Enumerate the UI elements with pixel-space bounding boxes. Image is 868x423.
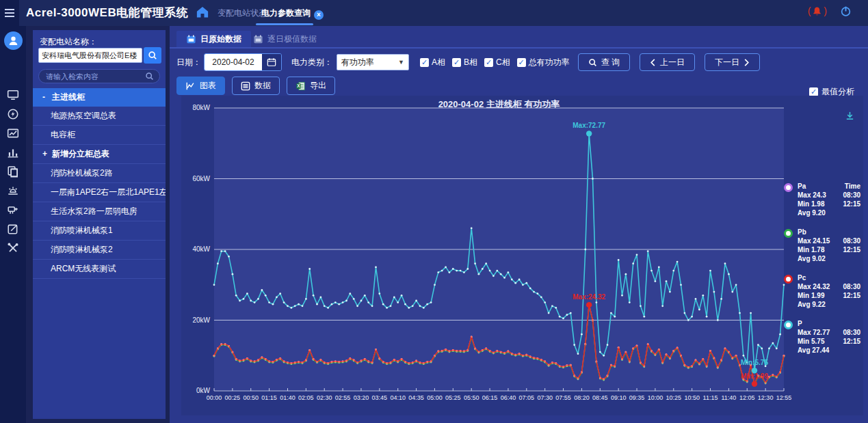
sidebar-item-label: 消防喷淋机械泵2 [51, 245, 113, 254]
sidebar-item-label: 电容柜 [51, 130, 75, 139]
svg-text:02:05: 02:05 [298, 394, 314, 401]
svg-text:08:45: 08:45 [592, 394, 608, 401]
legend-item: PaTimeMax 24.308:30Min 1.9812:15Avg 9.20 [784, 182, 860, 217]
svg-text:12:05: 12:05 [739, 394, 755, 401]
calendar-icon [253, 34, 263, 44]
checkbox-check-icon: ✓ [420, 58, 429, 67]
sidebar-item[interactable]: +新增分立柜总表 [33, 145, 166, 164]
expand-icon[interactable]: + [42, 145, 52, 163]
sidebar-item[interactable]: 消防喷淋机械泵1 [33, 221, 166, 241]
date-picker-group [204, 53, 282, 71]
svg-text:06:15: 06:15 [482, 394, 498, 401]
sidebar-item-label: ARCM无线表测试 [51, 264, 116, 273]
nav-tab-station-status[interactable]: 变配电站状态 [218, 8, 267, 19]
svg-text:80kW: 80kW [192, 104, 210, 111]
phase-checkbox[interactable]: ✓B相 [452, 57, 477, 68]
alarm-lamp-icon[interactable] [7, 185, 19, 197]
sidebar-item[interactable]: -主进线柜 [33, 88, 166, 107]
avatar[interactable] [4, 31, 23, 50]
phase-checkbox[interactable]: ✓总有功功率 [517, 57, 570, 68]
close-tab-icon[interactable]: × [314, 10, 324, 20]
report-icon[interactable] [7, 127, 19, 139]
station-search-button[interactable] [144, 47, 161, 64]
category-label: 电力类别： [291, 57, 332, 68]
tree-search-input[interactable] [44, 72, 145, 81]
export-button[interactable]: X 导出 [287, 77, 335, 95]
sidebar-item[interactable]: ARCM无线表测试 [33, 260, 166, 279]
max-annotation: Max:24.32 [573, 293, 605, 301]
sidebar-item[interactable]: 电容柜 [33, 126, 166, 145]
hamburger-menu-icon[interactable] [0, 0, 19, 26]
min-annotation: Min:5.75 [741, 359, 768, 366]
data-view-button[interactable]: 数据 [232, 77, 280, 95]
tree-search-box[interactable] [38, 69, 160, 83]
tab-label: 逐日极值数据 [267, 33, 317, 45]
svg-text:03:45: 03:45 [372, 394, 388, 401]
date-input[interactable] [205, 54, 262, 70]
tools-icon[interactable] [7, 242, 19, 254]
svg-text:07:30: 07:30 [537, 394, 553, 401]
svg-text:01:15: 01:15 [261, 394, 277, 401]
phase-checkbox[interactable]: ✓C相 [484, 57, 510, 68]
query-button[interactable]: 查 询 [578, 53, 630, 71]
legend-series-dot [784, 320, 793, 329]
bar-chart-icon[interactable] [7, 146, 19, 159]
power-icon[interactable] [840, 5, 852, 17]
tab-daily-raw-data[interactable]: 日原始数据 [176, 31, 251, 47]
calendar-icon [186, 34, 196, 44]
svg-text:12:55: 12:55 [776, 394, 792, 401]
phase-checkbox[interactable]: ✓A相 [420, 57, 445, 68]
prev-day-label: 上一日 [660, 57, 685, 68]
sidebar-item[interactable]: 消防栓机械泵2路 [33, 164, 166, 183]
svg-text:06:40: 06:40 [501, 394, 516, 401]
tab-daily-extreme-data[interactable]: 逐日极值数据 [244, 31, 326, 47]
svg-text:X: X [297, 83, 300, 88]
svg-text:00:50: 00:50 [243, 394, 259, 401]
sidebar-tree: -主进线柜地源热泵空调总表电容柜+新增分立柜总表消防栓机械泵2路一层南1APE2… [33, 88, 166, 279]
home-icon[interactable] [196, 5, 209, 19]
left-icon-rail [0, 26, 26, 423]
export-label: 导出 [310, 80, 326, 92]
svg-text:04:35: 04:35 [408, 394, 424, 401]
legend-series-dot [784, 229, 793, 238]
sidebar-item-label: 主进线柜 [52, 92, 85, 102]
phase-checkbox-label: 总有功功率 [529, 57, 570, 68]
monitor-icon[interactable] [7, 89, 19, 101]
category-select[interactable]: 有功功率 ▼ [337, 54, 409, 70]
edit-icon[interactable] [7, 223, 19, 235]
tab-label: 日原始数据 [200, 33, 241, 45]
svg-text:04:10: 04:10 [390, 394, 406, 401]
collapse-icon[interactable]: - [42, 88, 52, 107]
next-day-button[interactable]: 下一日 [705, 53, 760, 71]
chart-view-button[interactable]: 图表 [176, 77, 225, 95]
sidebar-item-label: 新增分立柜总表 [52, 149, 109, 159]
device-icon[interactable] [7, 204, 19, 216]
alarm-bell-icon[interactable]: () [808, 5, 827, 16]
legend-item: PMax 72.7708:30Min 5.7512:15Avg 27.44 [784, 319, 860, 355]
energy-icon[interactable] [7, 108, 19, 120]
prev-day-button[interactable]: 上一日 [640, 53, 695, 71]
legend-item: PbMax 24.1508:30Min 1.7812:15Avg 9.02 [784, 228, 860, 263]
documents-icon[interactable] [7, 165, 19, 178]
calendar-button[interactable] [262, 54, 281, 70]
search-icon [145, 72, 154, 81]
svg-text:03:20: 03:20 [354, 394, 369, 401]
svg-text:11:15: 11:15 [703, 394, 718, 401]
legend-series-dot [784, 275, 793, 284]
app-window: Acrel-3000WEB电能管理系统 变配电站状态 电力参数查询× () 变配… [0, 0, 868, 423]
svg-text:10:50: 10:50 [684, 394, 700, 401]
sidebar-item[interactable]: 一层南1APE2右一层北1APE1左 [33, 183, 166, 202]
chart-svg[interactable]: 0kW20kW40kW60kW80kW00:0000:2500:5001:150… [181, 96, 863, 415]
sidebar-item[interactable]: 生活水泵2路一层弱电房 [33, 202, 166, 221]
svg-text:07:05: 07:05 [519, 394, 535, 401]
max-annotation: Max:72.77 [573, 122, 605, 129]
line-chart-icon [185, 81, 196, 91]
station-name-input[interactable] [38, 48, 142, 63]
active-tab-underline [256, 23, 313, 25]
nav-tab-power-query[interactable]: 电力参数查询× [261, 8, 324, 20]
tab-divider [170, 47, 868, 49]
sidebar-item[interactable]: 地源热泵空调总表 [33, 107, 166, 126]
svg-text:09:35: 09:35 [629, 394, 645, 401]
svg-text:05:00: 05:00 [427, 394, 443, 401]
sidebar-item[interactable]: 消防喷淋机械泵2 [33, 241, 166, 260]
